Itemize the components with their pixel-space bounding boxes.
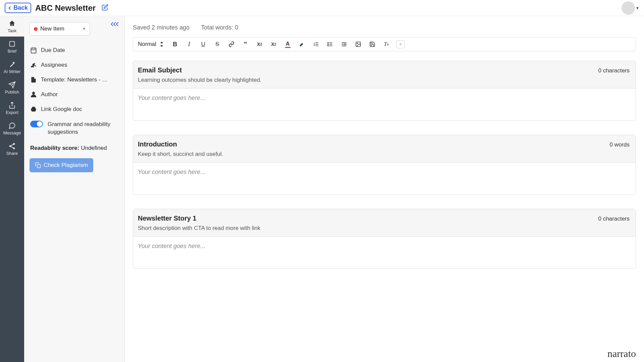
italic-button[interactable]: I xyxy=(185,40,193,48)
check-plagiarism-button[interactable]: Check Plagiarism xyxy=(30,158,93,172)
total-words: Total words: 0 xyxy=(201,24,238,31)
indent-icon xyxy=(341,41,347,47)
home-icon xyxy=(8,20,16,27)
status-select[interactable]: New Item ▼ xyxy=(30,22,90,36)
page-title: ABC Newsletter xyxy=(35,3,96,13)
block-count: 0 characters xyxy=(598,216,630,222)
status-value: New Item xyxy=(40,25,64,32)
save-icon xyxy=(369,41,375,47)
back-button[interactable]: Back xyxy=(5,3,31,13)
svg-point-16 xyxy=(328,44,328,45)
topbar: Back ABC Newsletter ▼ xyxy=(0,0,644,16)
add-comment-button[interactable]: + xyxy=(396,40,405,48)
content-input[interactable]: Your content goes here... xyxy=(133,237,636,268)
caret-down-icon: ▼ xyxy=(636,6,639,10)
editor-status-bar: Saved 2 minutes ago Total words: 0 xyxy=(133,24,636,31)
link-button[interactable] xyxy=(227,40,235,48)
block-header: Introduction 0 words Keep it short, succ… xyxy=(133,135,636,163)
text-color-button[interactable]: A xyxy=(284,40,292,48)
share-icon xyxy=(8,142,16,150)
block-hint: Learning outcomes should be clearly high… xyxy=(138,77,630,83)
svg-rect-4 xyxy=(31,48,36,53)
rail-brief[interactable]: Brief xyxy=(0,37,24,57)
svg-rect-0 xyxy=(10,42,15,47)
author-button[interactable]: Author xyxy=(30,87,119,102)
clear-format-button[interactable]: Tx xyxy=(382,40,390,48)
author-label: Author xyxy=(41,91,58,98)
status-dot-icon xyxy=(34,27,38,31)
export-icon xyxy=(8,102,16,109)
topbar-left: Back ABC Newsletter xyxy=(5,3,108,13)
format-select[interactable]: Normal xyxy=(137,40,165,48)
rail-publish[interactable]: Publish xyxy=(0,77,24,98)
rail-label: AI Writer xyxy=(4,69,20,74)
chevron-left-icon xyxy=(7,5,13,11)
superscript-button[interactable]: X2 xyxy=(270,40,278,48)
subscript-button[interactable]: X2 xyxy=(256,40,264,48)
assignees-button[interactable]: Assignees xyxy=(30,58,119,72)
svg-point-17 xyxy=(328,45,328,46)
brand-logo: narrato xyxy=(607,348,636,359)
paper-plane-icon xyxy=(8,81,16,88)
block-count: 0 characters xyxy=(598,67,630,74)
ordered-list-button[interactable] xyxy=(312,40,320,48)
magic-wand-icon xyxy=(8,61,16,68)
rail-task[interactable]: Task xyxy=(0,16,24,37)
block-title: Introduction xyxy=(138,140,177,148)
ul-icon xyxy=(327,41,333,47)
assignees-label: Assignees xyxy=(41,62,67,68)
rail-share[interactable]: Share xyxy=(0,139,24,159)
content-input[interactable]: Your content goes here... xyxy=(133,163,636,194)
blockquote-button[interactable]: ” xyxy=(241,40,250,48)
chat-icon xyxy=(8,122,16,129)
editor-area: Saved 2 minutes ago Total words: 0 Norma… xyxy=(125,16,644,362)
rail-message[interactable]: Message xyxy=(0,118,24,139)
block-hint: Short description with CTA to read more … xyxy=(138,225,630,232)
user-menu[interactable]: ▼ xyxy=(622,1,639,15)
rail-label: Task xyxy=(8,28,17,33)
underline-button[interactable]: U xyxy=(199,40,207,48)
rail-label: Share xyxy=(6,151,18,156)
strikethrough-button[interactable]: S xyxy=(213,40,221,48)
svg-point-1 xyxy=(13,143,15,145)
readability-value: Undefined xyxy=(81,145,107,151)
format-value: Normal xyxy=(138,41,156,48)
due-date-button[interactable]: Due Date xyxy=(30,43,119,58)
back-label: Back xyxy=(13,4,28,11)
editor-toolbar: Normal B I U S ” X2 X2 A Tx + xyxy=(133,37,636,51)
image-icon xyxy=(355,41,361,47)
edit-title-icon[interactable] xyxy=(102,4,108,12)
collapse-panel-icon[interactable] xyxy=(110,21,120,29)
grammar-toggle-label: Grammar and readability suggestions xyxy=(48,121,118,136)
rail-label: Message xyxy=(3,130,21,135)
indent-button[interactable] xyxy=(340,40,348,48)
content-input[interactable]: Your content goes here... xyxy=(133,88,636,120)
template-button[interactable]: Template: Newsletters - New... xyxy=(30,72,119,87)
highlight-button[interactable] xyxy=(298,40,306,48)
gdoc-label: Link Google doc xyxy=(41,106,82,113)
unordered-list-button[interactable] xyxy=(326,40,334,48)
bold-button[interactable]: B xyxy=(171,40,179,48)
template-label: Template: Newsletters - New... xyxy=(41,76,111,83)
svg-rect-8 xyxy=(37,165,41,168)
readability-label: Readability score: xyxy=(30,145,79,151)
due-date-label: Due Date xyxy=(41,47,65,54)
block-header: Email Subject 0 characters Learning outc… xyxy=(133,61,636,88)
save-button[interactable] xyxy=(368,40,376,48)
rail-label: Export xyxy=(6,110,18,115)
highlight-icon xyxy=(299,41,305,47)
content-block: Newsletter Story 1 0 characters Short de… xyxy=(133,209,636,269)
content-block: Email Subject 0 characters Learning outc… xyxy=(133,61,636,121)
svg-point-2 xyxy=(9,145,11,147)
user-icon xyxy=(30,91,37,98)
rail-export[interactable]: Export xyxy=(0,98,24,118)
plagiarism-label: Check Plagiarism xyxy=(44,162,88,169)
rail-ai-writer[interactable]: AI Writer xyxy=(0,57,24,77)
block-title: Newsletter Story 1 xyxy=(138,215,197,222)
image-button[interactable] xyxy=(354,40,362,48)
grammar-toggle[interactable] xyxy=(30,121,43,127)
note-icon xyxy=(8,40,16,48)
nav-rail: Task Brief AI Writer Publish Export Mess… xyxy=(0,16,24,362)
link-gdoc-button[interactable]: Link Google doc xyxy=(30,102,119,117)
svg-point-3 xyxy=(13,147,15,149)
